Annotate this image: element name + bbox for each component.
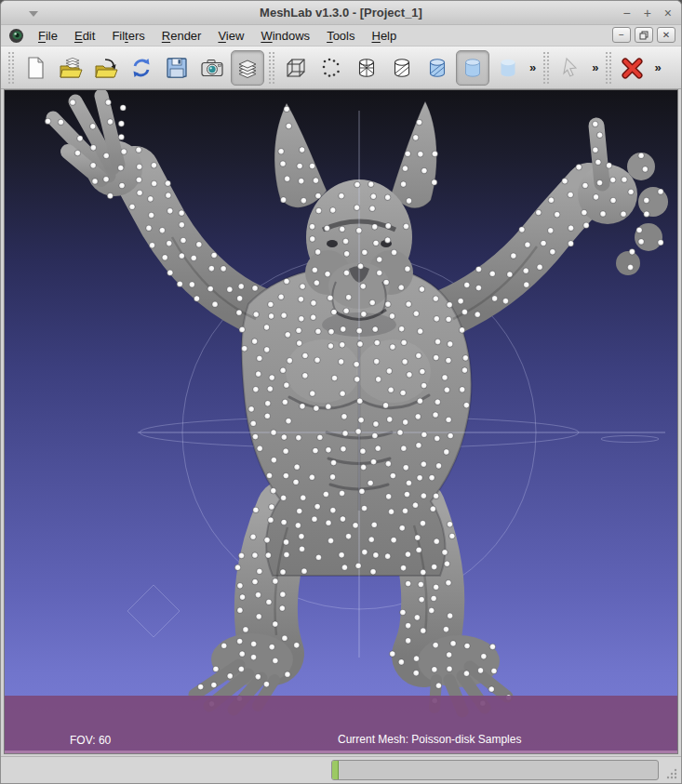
bounding-box-icon <box>284 56 308 80</box>
import-mesh-icon <box>94 56 118 80</box>
toolbar-overflow-button[interactable]: » <box>526 60 540 74</box>
minimize-button[interactable]: − <box>622 7 630 20</box>
hud-fov: FOV: 60 <box>70 733 123 748</box>
mdi-restore-button[interactable] <box>635 27 653 43</box>
toolbar-overflow-button[interactable]: » <box>588 60 602 74</box>
toolbar-overflow-button[interactable]: » <box>650 60 664 74</box>
layers-icon <box>235 56 260 80</box>
title-bar[interactable]: MeshLab v1.3.0 - [Project_1] − + × <box>1 1 681 25</box>
toolbar-handle[interactable] <box>542 51 550 85</box>
progress-bar <box>331 760 659 780</box>
menu-item-render[interactable]: Render <box>154 27 210 45</box>
hidden-lines-cylinder-icon <box>390 56 414 80</box>
render-points-button[interactable] <box>314 50 348 86</box>
toolbar: » » » <box>1 47 681 89</box>
cursor-arrow-icon <box>558 56 582 80</box>
wireframe-cylinder-icon <box>354 56 379 80</box>
mdi-close-button[interactable]: ✕ <box>657 27 675 43</box>
resize-grip[interactable] <box>665 767 678 780</box>
show-layer-dialog-button[interactable] <box>231 50 264 86</box>
toolbar-handle[interactable] <box>605 51 612 85</box>
render-smooth-button[interactable] <box>491 50 525 86</box>
window-menu-icon[interactable] <box>29 11 38 17</box>
hud-current-mesh: Current Mesh: Poisson-disk Samples <box>338 732 521 747</box>
menu-item-help[interactable]: Help <box>363 27 405 45</box>
camera-icon <box>200 56 224 80</box>
render-flat-lines-button[interactable] <box>421 50 454 86</box>
menu-item-view[interactable]: View <box>209 27 252 45</box>
menu-item-filters[interactable]: Filters <box>103 27 153 45</box>
meshlab-logo-icon <box>8 28 24 44</box>
toolbar-handle[interactable] <box>7 51 15 85</box>
hud-overlay: FOV: 60 FPS: 34.1 Current Mesh: Poisson-… <box>5 696 677 753</box>
3d-viewport[interactable]: FOV: 60 FPS: 34.1 Current Mesh: Poisson-… <box>4 89 678 754</box>
import-mesh-button[interactable] <box>89 50 123 86</box>
snapshot-button[interactable] <box>195 50 229 86</box>
flat-cylinder-icon <box>461 56 485 80</box>
menu-item-edit[interactable]: Edit <box>66 27 103 45</box>
delete-red-x-icon <box>621 56 645 80</box>
reload-mesh-button[interactable] <box>125 50 158 86</box>
menu-bar: File Edit Filters Render View Windows To… <box>1 25 681 47</box>
3d-viewport-canvas[interactable] <box>5 90 677 754</box>
flat-lines-cylinder-icon <box>425 56 449 80</box>
render-bbox-button[interactable] <box>279 50 313 86</box>
close-button[interactable]: × <box>664 7 672 20</box>
window-title: MeshLab v1.3.0 - [Project_1] <box>260 6 422 20</box>
menu-item-windows[interactable]: Windows <box>252 27 318 45</box>
reload-icon <box>129 56 154 80</box>
render-flat-button[interactable] <box>456 50 489 86</box>
render-hidden-lines-button[interactable] <box>385 50 419 86</box>
menu-item-file[interactable]: File <box>30 27 66 45</box>
open-project-icon <box>59 56 83 80</box>
menu-item-tools[interactable]: Tools <box>318 27 363 45</box>
maximize-button[interactable]: + <box>644 7 651 20</box>
meshlab-window: MeshLab v1.3.0 - [Project_1] − + × File … <box>0 0 682 784</box>
new-document-icon <box>23 56 47 80</box>
render-wireframe-button[interactable] <box>350 50 383 86</box>
viewport-frame: FOV: 60 FPS: 34.1 Current Mesh: Poisson-… <box>1 89 681 756</box>
points-icon <box>319 56 343 80</box>
toolbar-handle[interactable] <box>268 51 275 85</box>
open-project-button[interactable] <box>54 50 87 86</box>
smooth-cylinder-icon <box>496 56 520 80</box>
edit-pointer-button[interactable] <box>554 50 587 86</box>
status-bar <box>1 756 681 783</box>
new-empty-project-button[interactable] <box>19 50 52 86</box>
save-mesh-button[interactable] <box>160 50 194 86</box>
mdi-minimize-button[interactable]: − <box>612 27 631 43</box>
save-floppy-icon <box>165 56 189 80</box>
delete-current-mesh-button[interactable] <box>616 50 649 86</box>
progress-bar-fill <box>332 761 339 779</box>
restore-icon <box>639 31 649 40</box>
